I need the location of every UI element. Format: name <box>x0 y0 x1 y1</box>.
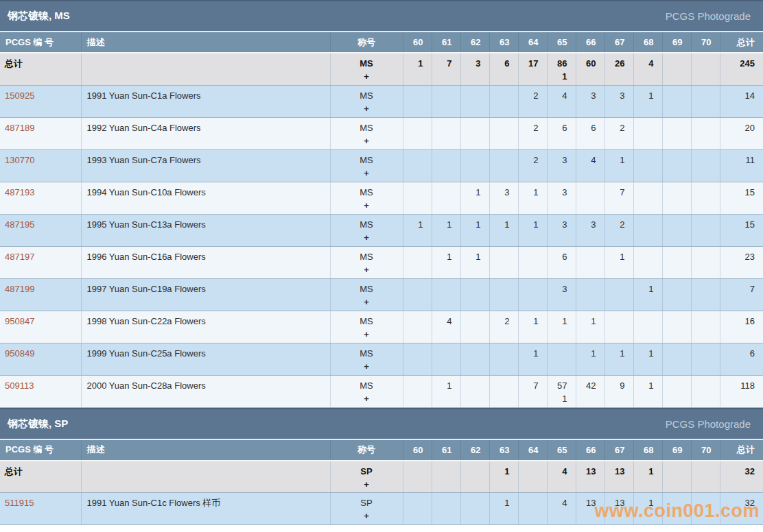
cell-line-2 <box>461 392 481 405</box>
cell-line-2 <box>5 231 81 244</box>
col-header-grade-66: 66 <box>576 32 604 53</box>
cell-line-1 <box>634 218 654 231</box>
cell-line-2 <box>692 509 712 522</box>
cell-line-2 <box>605 231 625 244</box>
pcgs-number-link[interactable]: 487197 <box>5 252 34 262</box>
cell-line-1: 487189 <box>5 121 81 134</box>
cell-line-2 <box>605 102 625 115</box>
pcgs-number-link[interactable]: 487189 <box>5 123 34 133</box>
cell-line-1: 1992 Yuan Sun-C4a Flowers <box>87 121 330 134</box>
cell-line-1: 13 <box>605 465 625 478</box>
pcgs-number-link[interactable]: 487195 <box>5 219 34 230</box>
cell-line-2: + <box>331 509 403 522</box>
grade-count-cell <box>489 85 518 117</box>
cell-line-2 <box>5 295 81 309</box>
grade-count-cell <box>691 493 720 525</box>
total-count-cell: 118 <box>720 375 763 407</box>
pcgs-number-link[interactable]: 950847 <box>5 316 34 326</box>
pcgs-number-link[interactable]: 150925 <box>5 90 34 101</box>
pcgs-number-link[interactable]: 487199 <box>5 284 34 294</box>
table-row: 4871891992 Yuan Sun-C4a FlowersMS+266220 <box>0 117 763 149</box>
cell-line-1: 1 <box>634 347 654 360</box>
cell-line-1 <box>432 465 452 478</box>
cell-line-2 <box>692 328 712 341</box>
cell-line-1: 4 <box>576 154 596 167</box>
cell-line-1: 3 <box>605 89 625 102</box>
cell-line-1: 1 <box>461 218 481 231</box>
grade-count-cell <box>662 311 691 343</box>
cell-line-2: + <box>331 199 403 212</box>
cell-line-1: 1 <box>461 186 481 199</box>
cell-line-1: 60 <box>576 57 596 70</box>
cell-line-1: MS <box>331 282 403 295</box>
grade-count-cell <box>662 53 691 85</box>
grade-count-cell: 2 <box>518 117 547 149</box>
cell-line-1: 6 <box>720 347 755 360</box>
cell-line-2 <box>87 478 330 491</box>
cell-line-2 <box>548 509 567 522</box>
cell-line-2 <box>432 263 452 276</box>
pcgs-number-cell: 487193 <box>0 182 81 214</box>
cell-line-2 <box>720 392 755 405</box>
cell-line-1: 16 <box>720 315 755 328</box>
cell-line-2 <box>605 295 625 309</box>
pcgs-number-link[interactable]: 130770 <box>5 155 34 165</box>
grade-count-cell <box>662 246 691 278</box>
cell-line-2 <box>87 263 330 276</box>
table-row: 1509251991 Yuan Sun-C1a FlowersMS+243311… <box>0 85 763 117</box>
grade-count-cell: 1 <box>518 343 547 375</box>
grade-count-cell <box>633 117 662 149</box>
grade-count-cell <box>403 461 432 493</box>
cell-line-1: 2 <box>519 154 539 167</box>
designation-cell: MS+ <box>330 182 403 214</box>
grade-count-cell: 4 <box>547 493 576 525</box>
pcgs-number-cell: 950849 <box>0 343 81 375</box>
grade-count-cell <box>432 117 460 149</box>
grade-count-cell: 1 <box>489 461 518 493</box>
cell-line-1: 2 <box>490 315 510 328</box>
cell-line-1: 20 <box>720 121 755 134</box>
cell-line-1 <box>490 282 510 295</box>
cell-line-1 <box>692 218 712 231</box>
cell-line-2 <box>5 360 81 373</box>
col-header-total: 总计 <box>720 32 763 53</box>
grade-count-cell <box>691 182 720 214</box>
pcgs-number-link[interactable]: 511915 <box>5 498 34 508</box>
cell-line-1 <box>403 186 423 199</box>
section-title: 钢芯镀镍, SP <box>8 418 68 431</box>
cell-line-2 <box>720 295 755 309</box>
cell-line-2 <box>432 295 452 309</box>
grade-count-cell <box>403 117 432 149</box>
cell-line-1: 9 <box>605 379 625 392</box>
table-row: 9508471998 Yuan Sun-C22a FlowersMS+42111… <box>0 311 763 343</box>
cell-line-2 <box>461 70 481 83</box>
pcgs-number-link[interactable]: 950849 <box>5 348 34 359</box>
grade-count-cell: 1 <box>633 493 662 525</box>
cell-line-2 <box>663 392 683 405</box>
cell-line-2 <box>692 70 712 83</box>
cell-line-1: 7 <box>605 186 625 199</box>
pcgs-number-link[interactable]: 509113 <box>5 380 34 391</box>
cell-line-2 <box>519 295 539 309</box>
cell-line-1 <box>634 186 654 199</box>
cell-line-2 <box>461 295 481 309</box>
cell-line-2 <box>432 478 452 491</box>
cell-line-2 <box>403 509 423 522</box>
col-header-grade-67: 67 <box>604 440 633 461</box>
cell-line-1 <box>692 347 712 360</box>
col-header-grade-64: 64 <box>518 440 547 461</box>
cell-line-2 <box>663 328 683 341</box>
grade-count-cell: 3 <box>547 149 576 182</box>
col-header-designation: 称号 <box>330 440 403 461</box>
col-header-grade-70: 70 <box>691 440 720 461</box>
grade-count-cell <box>432 278 460 311</box>
grade-count-cell <box>576 182 604 214</box>
col-header-grade-64: 64 <box>518 32 547 53</box>
cell-line-2 <box>576 509 596 522</box>
grade-count-cell: 4 <box>547 461 576 493</box>
pcgs-number-link[interactable]: 487193 <box>5 187 34 197</box>
cell-line-2 <box>605 167 625 180</box>
grade-count-cell: 1 <box>432 214 460 246</box>
cell-line-2 <box>432 328 452 341</box>
cell-line-1: 13 <box>605 496 625 509</box>
